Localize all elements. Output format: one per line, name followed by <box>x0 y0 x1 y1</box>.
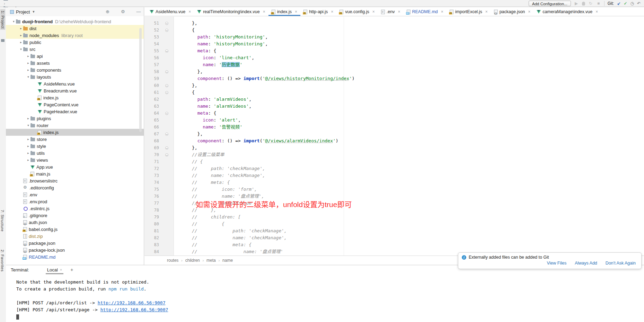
terminal-url-link[interactable]: http://192.168.66.56:9007 <box>100 307 168 312</box>
chevron-collapsed-icon[interactable]: ▸ <box>26 144 30 148</box>
tree-item-AsideMenu.vue[interactable]: AsideMenu.vue <box>6 80 144 87</box>
editor-tab-.env[interactable]: .env× <box>378 7 404 16</box>
project-tree-scrollbar[interactable] <box>139 28 142 132</box>
chevron-collapsed-icon[interactable]: ▸ <box>26 151 30 155</box>
tree-item-.editorconfig[interactable]: .editorconfig <box>6 184 144 191</box>
chevron-expanded-icon[interactable]: ▾ <box>26 75 30 79</box>
tree-item-PageHeader.vue[interactable]: PageHeader.vue <box>6 108 144 115</box>
close-icon[interactable]: × <box>596 9 598 14</box>
close-icon[interactable]: × <box>528 9 530 14</box>
terminal-output[interactable]: Note that the development build is not o… <box>6 275 644 322</box>
editor-breadcrumb-name[interactable]: name <box>222 258 233 263</box>
editor-breadcrumb-routes[interactable]: routes <box>167 258 178 263</box>
fold-marker-icon[interactable]: − <box>165 133 168 136</box>
close-icon[interactable]: × <box>263 9 265 14</box>
new-terminal-tab-button[interactable]: + <box>70 267 73 272</box>
chevron-collapsed-icon[interactable]: ▸ <box>19 41 23 44</box>
editor-tab-AsideMenu.vue[interactable]: AsideMenu.vue× <box>147 7 194 16</box>
tree-item-babel.config.js[interactable]: babel.config.js <box>6 226 144 233</box>
tree-item-node_modules[interactable]: ▸node_moduleslibrary root <box>6 32 144 39</box>
tree-item-App.vue[interactable]: App.vue <box>6 163 144 170</box>
chevron-expanded-icon[interactable]: ▾ <box>26 124 30 127</box>
tool-window-project-button[interactable]: 1: Project <box>0 9 5 30</box>
close-icon[interactable]: × <box>441 9 443 14</box>
editor-breadcrumb-meta[interactable]: meta <box>206 258 216 263</box>
tree-item-api[interactable]: ▸api <box>6 53 144 60</box>
tree-item-style[interactable]: ▸style <box>6 143 144 150</box>
git-rollback-icon[interactable]: ↶ <box>637 1 641 6</box>
notification-action-view-files[interactable]: View Files <box>547 261 566 266</box>
editor-tab-package.json[interactable]: package.json× <box>491 7 534 16</box>
fold-marker-icon[interactable]: − <box>165 146 168 150</box>
add-configuration-button[interactable]: Add Configuration... <box>529 1 571 6</box>
fold-marker-icon[interactable]: − <box>165 50 168 53</box>
chevron-expanded-icon[interactable]: ▾ <box>19 47 23 51</box>
tree-item-plugins[interactable]: ▸plugins <box>6 115 144 122</box>
tree-item-.browserslistrc[interactable]: .browserslistrc <box>6 177 144 184</box>
chevron-collapsed-icon[interactable]: ▸ <box>26 68 30 72</box>
tree-item-auth.json[interactable]: auth.json <box>6 219 144 226</box>
coverage-icon[interactable]: ↻ <box>588 1 593 6</box>
settings-icon[interactable]: ⚙ <box>121 9 125 14</box>
chevron-expanded-icon[interactable]: ▾ <box>11 20 16 23</box>
close-icon[interactable]: × <box>485 9 488 14</box>
close-icon[interactable]: × <box>188 9 191 14</box>
tree-item-PageContent.vue[interactable]: PageContent.vue <box>6 101 144 108</box>
tree-item-views[interactable]: ▸views <box>6 156 144 163</box>
close-icon[interactable]: × <box>398 9 400 14</box>
fold-marker-icon[interactable]: − <box>165 153 168 156</box>
editor-tab-index.js[interactable]: index.js× <box>268 7 300 16</box>
tree-item-utils[interactable]: ▸utils <box>6 150 144 156</box>
tree-item-README.md[interactable]: README.md <box>6 253 144 260</box>
editor-tab-importExcel.js[interactable]: importExcel.js× <box>447 7 491 16</box>
tree-item-main.js[interactable]: main.js <box>6 170 144 177</box>
tree-item-router[interactable]: ▾router <box>6 122 144 129</box>
terminal-tab-local[interactable]: Local × <box>45 265 64 274</box>
chevron-collapsed-icon[interactable]: ▸ <box>26 137 30 141</box>
tool-window-structure-button[interactable]: 7: Structure <box>0 210 5 232</box>
close-icon[interactable]: × <box>60 268 62 272</box>
tree-item-src[interactable]: ▾src <box>6 46 144 53</box>
chevron-collapsed-icon[interactable]: ▸ <box>19 34 23 37</box>
editor-tab-cameraManage\index.vue[interactable]: cameraManage\index.vue× <box>533 7 601 16</box>
git-update-icon[interactable]: ↙ <box>617 1 620 6</box>
editor-breadcrumb-children[interactable]: children <box>185 258 200 263</box>
tree-item-layouts[interactable]: ▾layouts <box>6 73 144 80</box>
fold-marker-icon[interactable]: − <box>165 91 168 94</box>
run-icon[interactable]: ▶ <box>574 1 579 6</box>
tree-item-duoji-frontend[interactable]: ▾duoji-frontendD:\zheheWeb\duoji-fronten… <box>6 18 144 25</box>
git-commit-icon[interactable]: ✓ <box>624 1 627 6</box>
tree-item-package.json[interactable]: package.json <box>6 240 144 247</box>
project-panel-header[interactable]: Project ▼ ⊕ ⚙ — <box>6 7 144 16</box>
fold-marker-icon[interactable]: − <box>165 112 168 115</box>
tool-window-favorites-button[interactable]: 2: Favorites <box>0 250 5 271</box>
tree-item-dist.zip[interactable]: dist.zip <box>6 233 144 240</box>
chevron-collapsed-icon[interactable]: ▸ <box>26 158 30 162</box>
hide-panel-icon[interactable]: — <box>136 9 141 14</box>
terminal-url-link[interactable]: http://192.168.66.56:9007 <box>98 300 166 305</box>
chevron-collapsed-icon[interactable]: ▸ <box>26 54 30 58</box>
tree-item-.env[interactable]: .env <box>6 191 144 198</box>
fold-marker-icon[interactable]: − <box>165 70 168 73</box>
tree-item-Breadcrumb.vue[interactable]: Breadcrumb.vue <box>6 87 144 94</box>
fold-marker-icon[interactable]: − <box>165 84 168 87</box>
close-icon[interactable]: × <box>331 9 333 14</box>
code-editor[interactable]: 51− },52− {53 path: 'historyMonitoring',… <box>144 17 644 256</box>
notification-action-always-add[interactable]: Always Add <box>575 261 597 266</box>
tree-item-.eslintrc.js[interactable]: .eslintrc.js <box>6 205 144 212</box>
fold-marker-icon[interactable]: − <box>165 22 168 25</box>
tree-item-assets[interactable]: ▸assets <box>6 60 144 66</box>
stop-icon[interactable]: ■ <box>596 1 601 6</box>
editor-tab-realTimeMonitoring\index.vue[interactable]: realTimeMonitoring\index.vue× <box>194 7 268 16</box>
close-icon[interactable]: × <box>372 9 375 14</box>
chevron-collapsed-icon[interactable]: ▸ <box>19 27 23 30</box>
tree-item-dist[interactable]: ▸dist <box>6 25 144 32</box>
tree-item-store[interactable]: ▸store <box>6 136 144 143</box>
chevron-collapsed-icon[interactable]: ▸ <box>26 117 30 120</box>
editor-tab-http-api.js[interactable]: http-api.js× <box>300 7 336 16</box>
tree-item-components[interactable]: ▸components <box>6 66 144 73</box>
editor-tab-vue.config.js[interactable]: vue.config.js× <box>336 7 378 16</box>
locate-file-icon[interactable]: ⊕ <box>106 9 109 14</box>
tree-item-index.js[interactable]: index.js <box>6 129 144 136</box>
chevron-collapsed-icon[interactable]: ▸ <box>26 61 30 65</box>
